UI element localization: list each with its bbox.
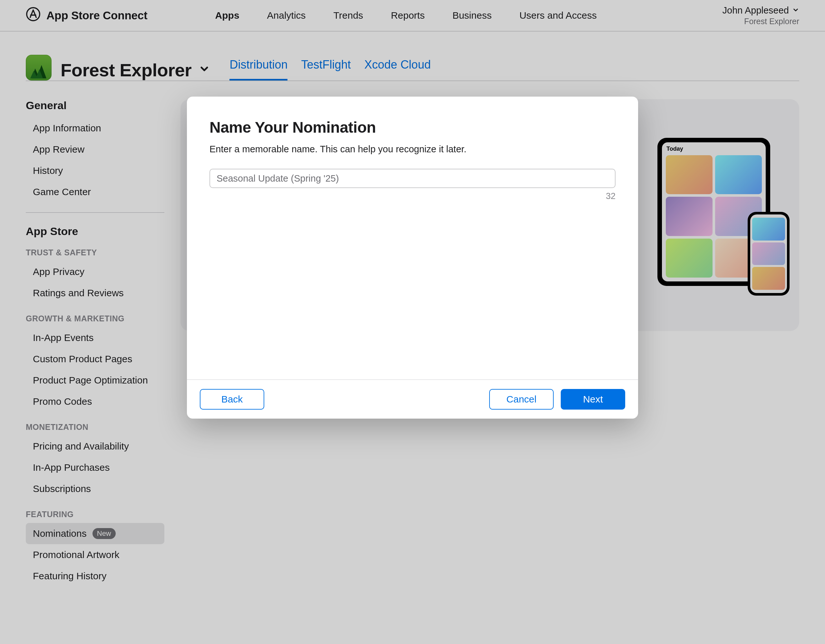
nomination-name-input[interactable]: [210, 169, 615, 188]
cancel-button[interactable]: Cancel: [489, 389, 554, 410]
back-button[interactable]: Back: [200, 389, 264, 410]
next-button[interactable]: Next: [561, 389, 625, 410]
modal-description: Enter a memorable name. This can help yo…: [210, 144, 615, 154]
modal-footer: Back Cancel Next: [187, 379, 638, 419]
nomination-name-modal: Name Your Nomination Enter a memorable n…: [187, 97, 638, 419]
char-count: 32: [210, 191, 615, 201]
modal-title: Name Your Nomination: [210, 119, 615, 136]
